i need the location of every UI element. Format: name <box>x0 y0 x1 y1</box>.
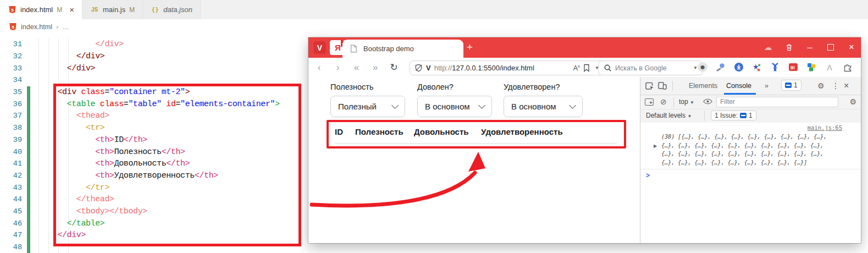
clear-console-icon[interactable]: ⊘ <box>660 97 667 106</box>
search-magnifier-icon <box>604 64 612 72</box>
line-number: 32 <box>0 52 22 61</box>
ribbon-extension-icon[interactable] <box>770 62 780 72</box>
sidebar-toggle-icon[interactable]: ▶ <box>645 98 654 106</box>
gutter-change-indicator <box>27 229 30 241</box>
breadcrumb[interactable]: 5 index.html › … <box>0 19 316 34</box>
minimize-button[interactable]: ─ <box>803 41 817 54</box>
code-text: </div> <box>38 52 104 61</box>
issues-badge[interactable]: 1 Issue: 1 <box>711 111 756 120</box>
source-link[interactable]: main.js:65 <box>808 124 842 131</box>
shield-slash-icon[interactable] <box>414 64 423 72</box>
devtools-tab-bar: Elements Console » 1 ⚙ ⋮ × <box>640 77 861 95</box>
console-filter-input[interactable]: Filter <box>716 97 838 107</box>
profile-avatar-icon[interactable]: ☻ <box>698 62 707 72</box>
console-levels-bar: Default levels ▼ 1 Issue: 1 <box>640 109 861 123</box>
search-dropdown-icon[interactable]: ▼ <box>693 65 698 70</box>
device-toolbar-icon[interactable] <box>657 81 667 91</box>
line-number: 42 <box>0 172 22 180</box>
kebab-menu-icon[interactable]: ⋮ <box>832 81 839 90</box>
editor-tab-data.json[interactable]: { }data.json <box>143 0 201 19</box>
tab-label: data.json <box>163 6 192 14</box>
url-scheme: http:// <box>434 64 452 72</box>
code-text: </div> <box>38 64 95 73</box>
close-tab-icon[interactable]: × <box>69 5 74 14</box>
line-number: 45 <box>0 207 22 216</box>
gutter-change-indicator <box>27 51 30 63</box>
stars-extension-icon[interactable]: ★★★ <box>752 62 762 72</box>
expand-triangle-icon[interactable]: ▶ <box>654 144 657 148</box>
browser-tab-title: Bootstrap demo <box>363 45 414 53</box>
filter-select[interactable]: В основном <box>417 96 492 117</box>
forward-button[interactable]: › <box>330 60 345 75</box>
rewind-button[interactable]: « <box>349 60 364 75</box>
extensions-puzzle-icon[interactable] <box>843 62 853 72</box>
console-settings-gear-icon[interactable]: ⚙ <box>849 97 856 106</box>
line-number: 38 <box>0 124 22 132</box>
sync-cloud-button[interactable]: ☁ <box>761 41 775 54</box>
browser-tab[interactable]: Bootstrap demo <box>342 40 463 58</box>
red-quote-extension-icon[interactable]: 9! <box>788 62 798 72</box>
annotation-box-table-header <box>327 120 626 148</box>
gutter-change-indicator <box>27 170 30 182</box>
vivaldi-logo-icon[interactable]: V <box>313 41 326 54</box>
filter-select[interactable]: Полезный <box>330 96 405 117</box>
bookmark-icon[interactable] <box>583 64 591 72</box>
fast-forward-button[interactable]: » <box>368 60 383 75</box>
svg-text:5: 5 <box>11 8 14 13</box>
git-modified-badge: M <box>129 6 135 14</box>
new-tab-button[interactable]: + <box>467 41 473 53</box>
reader-mode-icon[interactable]: Ax <box>573 64 580 72</box>
browser-title-bar[interactable]: V Я Bootstrap demo + ☁─× <box>308 37 861 58</box>
url-text[interactable]: http://127.0.0.1:5500/index.html <box>434 64 534 72</box>
gutter-change-indicator <box>27 241 30 253</box>
editor-tab-index.html[interactable]: 5index.htmlM× <box>0 0 82 19</box>
svg-text:5: 5 <box>12 25 14 30</box>
line-number: 39 <box>0 136 22 144</box>
messages-badge[interactable]: 1 <box>781 80 801 91</box>
line-number: 33 <box>0 64 22 73</box>
maximize-button[interactable] <box>823 41 838 54</box>
reload-button[interactable]: ↻ <box>386 60 401 75</box>
vpn-badge-icon[interactable]: V <box>426 64 431 72</box>
gear-icon[interactable]: ⚙ <box>817 81 825 90</box>
back-button[interactable]: ‹ <box>312 60 327 75</box>
filter-group: ПолезностьПолезный <box>330 82 405 117</box>
line-number: 36 <box>0 100 22 108</box>
gutter-change-indicator <box>27 206 30 218</box>
screen: 5index.htmlM×JSmain.jsM{ }data.json 5 in… <box>0 0 868 253</box>
tab-console[interactable]: Console <box>726 77 751 95</box>
inspect-element-icon[interactable] <box>645 81 655 91</box>
filter-label: Доволен? <box>417 82 492 91</box>
editor-tab-bar: 5index.htmlM×JSmain.jsM{ }data.json <box>0 0 868 19</box>
search-loupe-icon[interactable] <box>716 62 726 72</box>
docs-extension-icon[interactable] <box>806 62 816 72</box>
issue-bubble-icon <box>740 113 747 118</box>
close-devtools-icon[interactable]: × <box>844 81 849 91</box>
console-prompt[interactable]: > <box>646 172 650 179</box>
code-text: </div> <box>38 40 124 49</box>
gutter-change-indicator <box>27 98 30 110</box>
tab-elements[interactable]: Elements <box>689 77 717 95</box>
filter-select[interactable]: В основном <box>504 96 583 117</box>
adblock-lambda-icon[interactable]: Λ <box>825 62 834 72</box>
extension-icons: ☻★★★9!Λ <box>698 62 853 72</box>
filter-group: Доволен?В основном <box>417 82 492 117</box>
download-icon[interactable] <box>734 62 744 72</box>
editor-tab-main.js[interactable]: JSmain.jsM <box>82 0 143 19</box>
gutter-change-indicator <box>27 110 30 122</box>
line-number: 40 <box>0 148 22 156</box>
filter-label: Полезность <box>330 82 405 91</box>
console-log-line: (38) [{…}, {…}, {…}, {…}, {…}, {…}, {…},… <box>661 133 860 141</box>
levels-dropdown[interactable]: Default levels ▼ <box>646 112 692 119</box>
context-selector[interactable]: top ▼ <box>679 98 694 106</box>
trash-button[interactable] <box>782 41 796 54</box>
console-log-entry[interactable]: (38) [{…}, {…}, {…}, {…}, {…}, {…}, {…},… <box>661 133 860 167</box>
close-button[interactable]: × <box>844 41 859 54</box>
console-log-line: {…}, {…}, {…}, {…}, {…}, {…}, {…}, {…}, … <box>661 150 860 158</box>
address-bar[interactable]: V http://127.0.0.1:5500/index.html Ax ▼ <box>410 61 604 75</box>
eye-icon[interactable] <box>703 98 712 105</box>
tab-label: main.js <box>103 6 125 14</box>
gutter-change-indicator <box>27 217 30 229</box>
more-tabs-icon[interactable]: » <box>765 77 769 95</box>
search-box[interactable]: Искать в Google ▼ <box>598 61 703 75</box>
